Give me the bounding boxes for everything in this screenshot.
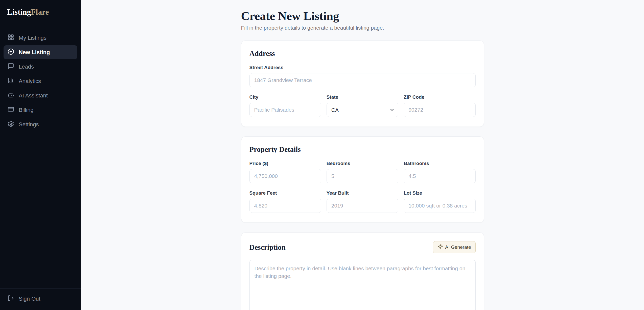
sign-out-button[interactable]: Sign Out [8, 295, 73, 303]
state-field: State CA [327, 94, 398, 117]
sign-out-label: Sign Out [19, 296, 40, 302]
sparkles-icon [438, 244, 443, 251]
form-content: Create New Listing Fill in the property … [241, 0, 484, 310]
main-area: Create New Listing Fill in the property … [81, 0, 644, 310]
bathrooms-label: Bathrooms [404, 161, 475, 166]
property-details-title: Property Details [249, 145, 476, 154]
bedrooms-label: Bedrooms [327, 161, 398, 166]
sidebar-item-ai-assistant[interactable]: AI Assistant [4, 89, 77, 102]
city-label: City [249, 94, 321, 100]
sidebar-item-leads[interactable]: Leads [4, 60, 77, 74]
sidebar-item-settings[interactable]: Settings [4, 117, 77, 131]
street-address-input[interactable] [249, 73, 476, 87]
year-built-input[interactable] [327, 199, 398, 213]
lot-size-field: Lot Size [404, 190, 475, 213]
description-textarea[interactable] [249, 260, 476, 310]
square-feet-label: Square Feet [249, 190, 321, 196]
robot-icon [8, 92, 14, 100]
sidebar-item-my-listings[interactable]: My Listings [4, 31, 77, 45]
street-address-field: Street Address [249, 65, 476, 87]
price-field: Price ($) [249, 161, 321, 183]
address-card: Address Street Address City State CA [241, 40, 484, 127]
description-title: Description [249, 243, 286, 252]
plus-circle-icon [8, 48, 14, 56]
app-logo: ListingFlare [4, 8, 77, 17]
grid-icon [8, 34, 14, 42]
credit-card-icon [8, 106, 14, 114]
state-label: State [327, 94, 398, 100]
year-built-field: Year Built [327, 190, 398, 213]
property-details-card: Property Details Price ($) Bedrooms Bath… [241, 136, 484, 223]
price-input[interactable] [249, 169, 321, 183]
year-built-label: Year Built [327, 190, 398, 196]
chat-icon [8, 63, 14, 71]
state-select[interactable]: CA [327, 103, 398, 117]
sidebar-nav: My Listings New Listing Leads Analytics … [4, 31, 77, 131]
lot-size-input[interactable] [404, 199, 475, 213]
price-label: Price ($) [249, 161, 321, 166]
zip-field: ZIP Code [404, 94, 475, 117]
gear-icon [8, 120, 14, 129]
sidebar-item-label: Settings [19, 121, 39, 128]
logo-text-primary: Listing [7, 8, 31, 16]
bathrooms-input[interactable] [404, 169, 475, 183]
sidebar-item-label: Billing [19, 107, 34, 113]
logo-text-accent: Flare [31, 8, 49, 16]
bathrooms-field: Bathrooms [404, 161, 475, 183]
zip-label: ZIP Code [404, 94, 475, 100]
logout-icon [8, 295, 14, 303]
zip-input[interactable] [404, 103, 475, 117]
bedrooms-input[interactable] [327, 169, 398, 183]
bar-chart-icon [8, 77, 14, 85]
address-card-title: Address [249, 49, 476, 58]
city-input[interactable] [249, 103, 321, 117]
ai-generate-button[interactable]: AI Generate [433, 241, 475, 253]
sidebar-item-label: New Listing [19, 49, 50, 56]
street-address-label: Street Address [249, 65, 476, 70]
square-feet-field: Square Feet [249, 190, 321, 213]
ai-generate-label: AI Generate [445, 244, 471, 250]
sidebar-item-label: Leads [19, 64, 34, 70]
sidebar-item-label: Analytics [19, 78, 41, 85]
lot-size-label: Lot Size [404, 190, 475, 196]
sidebar-item-label: AI Assistant [19, 92, 48, 99]
sidebar-item-label: My Listings [19, 35, 47, 41]
sidebar-item-new-listing[interactable]: New Listing [4, 45, 77, 59]
sidebar-item-billing[interactable]: Billing [4, 103, 77, 117]
bedrooms-field: Bedrooms [327, 161, 398, 183]
page-title: Create New Listing [241, 9, 484, 23]
city-field: City [249, 94, 321, 117]
sidebar-item-analytics[interactable]: Analytics [4, 74, 77, 88]
sidebar-footer: Sign Out [0, 288, 81, 310]
description-card: Description AI Generate [241, 232, 484, 310]
sidebar: ListingFlare My Listings New Listing Lea… [0, 0, 81, 310]
page-subtitle: Fill in the property details to generate… [241, 25, 484, 31]
square-feet-input[interactable] [249, 199, 321, 213]
